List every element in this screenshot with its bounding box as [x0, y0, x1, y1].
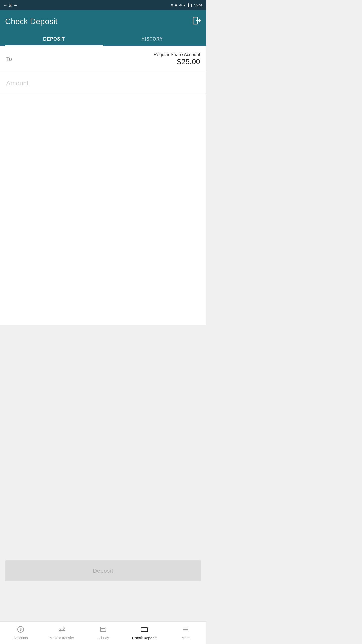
body-area: Deposit — [0, 325, 206, 607]
account-info: Regular Share Account $25.00 — [154, 52, 200, 66]
amount-input[interactable]: Amount — [6, 79, 29, 87]
battery-icon: ▮ — [191, 3, 192, 7]
bottom-nav: $ Accounts Make a transfer Bill Pay — [0, 621, 206, 644]
transfer-icon — [58, 626, 66, 634]
header: Check Deposit DEPOSIT HISTORY — [0, 10, 206, 46]
minus-icon: ⊖ — [179, 3, 182, 7]
status-bar: ••• 🖼 ••• ⊕ ✱ ⊖ ▾ ▐ ▮ 10:44 — [0, 0, 206, 10]
amount-section[interactable]: Amount — [0, 72, 206, 94]
wifi-icon: ▾ — [184, 3, 185, 7]
deposit-button-container: Deposit — [0, 555, 206, 586]
status-bar-left: ••• 🖼 ••• — [4, 3, 17, 7]
nav-label-more: More — [182, 636, 190, 640]
exit-icon[interactable] — [192, 16, 201, 27]
nav-item-more[interactable]: More — [165, 622, 206, 644]
to-section[interactable]: To Regular Share Account $25.00 — [0, 46, 206, 72]
spacer — [0, 325, 206, 556]
bottom-spacer — [0, 586, 206, 606]
image-icon: 🖼 — [9, 3, 12, 7]
nav-item-billpay[interactable]: Bill Pay — [82, 622, 124, 644]
nav-label-checkdeposit: Check Deposit — [132, 636, 156, 640]
deposit-button[interactable]: Deposit — [5, 560, 201, 581]
tab-deposit[interactable]: DEPOSIT — [5, 33, 103, 46]
nav-label-accounts: Accounts — [13, 636, 28, 640]
bluetooth-icon: ✱ — [175, 3, 178, 7]
svg-text:$: $ — [20, 627, 22, 631]
time-display: 10:44 — [194, 3, 202, 7]
nav-item-transfer[interactable]: Make a transfer — [41, 622, 82, 644]
header-top: Check Deposit — [5, 16, 201, 27]
account-balance: $25.00 — [154, 57, 200, 66]
more-icon — [182, 626, 189, 634]
tabs: DEPOSIT HISTORY — [5, 33, 201, 46]
to-label: To — [6, 56, 12, 62]
dot2: ••• — [14, 3, 17, 7]
accounts-icon: $ — [17, 626, 24, 634]
nav-item-accounts[interactable]: $ Accounts — [0, 622, 41, 644]
signal-icon: ▐ — [187, 3, 189, 7]
checkdeposit-icon — [141, 626, 148, 634]
page-title: Check Deposit — [5, 17, 57, 26]
billpay-icon — [100, 626, 107, 634]
svg-rect-6 — [100, 627, 106, 632]
content: To Regular Share Account $25.00 Amount — [0, 46, 206, 325]
status-bar-right: ⊕ ✱ ⊖ ▾ ▐ ▮ 10:44 — [171, 3, 202, 7]
location-icon: ⊕ — [171, 3, 173, 7]
tab-history[interactable]: HISTORY — [103, 33, 201, 46]
account-name: Regular Share Account — [154, 52, 200, 57]
svg-rect-9 — [141, 628, 148, 632]
nav-label-billpay: Bill Pay — [97, 636, 109, 640]
nav-label-transfer: Make a transfer — [50, 636, 74, 640]
nav-item-checkdeposit[interactable]: Check Deposit — [124, 622, 165, 644]
dot1: ••• — [4, 3, 8, 7]
